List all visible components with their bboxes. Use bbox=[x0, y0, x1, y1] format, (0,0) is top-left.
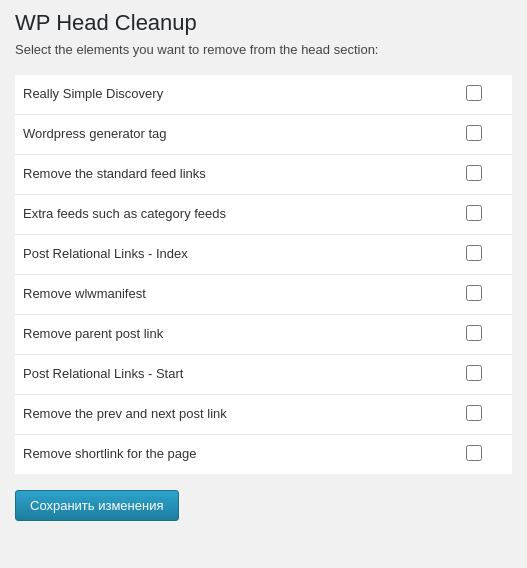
option-label-really_simple_discovery: Really Simple Discovery bbox=[15, 75, 436, 115]
option-checkbox-remove_shortlink[interactable] bbox=[466, 445, 482, 461]
option-row: Post Relational Links - Index bbox=[15, 235, 512, 275]
option-row: Remove the standard feed links bbox=[15, 155, 512, 195]
option-row: Remove shortlink for the page bbox=[15, 435, 512, 475]
option-row: Extra feeds such as category feeds bbox=[15, 195, 512, 235]
option-label-post_relational_links_start: Post Relational Links - Start bbox=[15, 355, 436, 395]
option-checkbox-remove_parent_post_link[interactable] bbox=[466, 325, 482, 341]
option-label-remove_prev_next_post_link: Remove the prev and next post link bbox=[15, 395, 436, 435]
options-table: Really Simple DiscoveryWordpress generat… bbox=[15, 75, 512, 474]
option-row: Remove the prev and next post link bbox=[15, 395, 512, 435]
page-title: WP Head Cleanup bbox=[15, 10, 512, 36]
option-checkbox-post_relational_links_index[interactable] bbox=[466, 245, 482, 261]
save-button[interactable]: Сохранить изменения bbox=[15, 490, 179, 521]
option-checkbox-remove_wlwmanifest[interactable] bbox=[466, 285, 482, 301]
option-label-remove_wlwmanifest: Remove wlwmanifest bbox=[15, 275, 436, 315]
option-label-remove_shortlink: Remove shortlink for the page bbox=[15, 435, 436, 475]
option-label-extra_feeds_category: Extra feeds such as category feeds bbox=[15, 195, 436, 235]
option-row: Post Relational Links - Start bbox=[15, 355, 512, 395]
option-label-post_relational_links_index: Post Relational Links - Index bbox=[15, 235, 436, 275]
option-row: Remove wlwmanifest bbox=[15, 275, 512, 315]
option-checkbox-cell-remove_prev_next_post_link bbox=[436, 395, 512, 435]
page-subtitle: Select the elements you want to remove f… bbox=[15, 42, 512, 57]
option-checkbox-remove_standard_feed_links[interactable] bbox=[466, 165, 482, 181]
option-row: Remove parent post link bbox=[15, 315, 512, 355]
option-checkbox-cell-extra_feeds_category bbox=[436, 195, 512, 235]
option-checkbox-really_simple_discovery[interactable] bbox=[466, 85, 482, 101]
option-label-remove_parent_post_link: Remove parent post link bbox=[15, 315, 436, 355]
option-checkbox-cell-post_relational_links_index bbox=[436, 235, 512, 275]
option-row: Wordpress generator tag bbox=[15, 115, 512, 155]
option-label-wordpress_generator_tag: Wordpress generator tag bbox=[15, 115, 436, 155]
option-checkbox-wordpress_generator_tag[interactable] bbox=[466, 125, 482, 141]
option-checkbox-cell-remove_parent_post_link bbox=[436, 315, 512, 355]
option-label-remove_standard_feed_links: Remove the standard feed links bbox=[15, 155, 436, 195]
option-checkbox-cell-remove_wlwmanifest bbox=[436, 275, 512, 315]
option-checkbox-cell-remove_shortlink bbox=[436, 435, 512, 475]
option-checkbox-cell-remove_standard_feed_links bbox=[436, 155, 512, 195]
option-checkbox-post_relational_links_start[interactable] bbox=[466, 365, 482, 381]
option-checkbox-extra_feeds_category[interactable] bbox=[466, 205, 482, 221]
option-row: Really Simple Discovery bbox=[15, 75, 512, 115]
option-checkbox-cell-really_simple_discovery bbox=[436, 75, 512, 115]
option-checkbox-remove_prev_next_post_link[interactable] bbox=[466, 405, 482, 421]
option-checkbox-cell-wordpress_generator_tag bbox=[436, 115, 512, 155]
option-checkbox-cell-post_relational_links_start bbox=[436, 355, 512, 395]
